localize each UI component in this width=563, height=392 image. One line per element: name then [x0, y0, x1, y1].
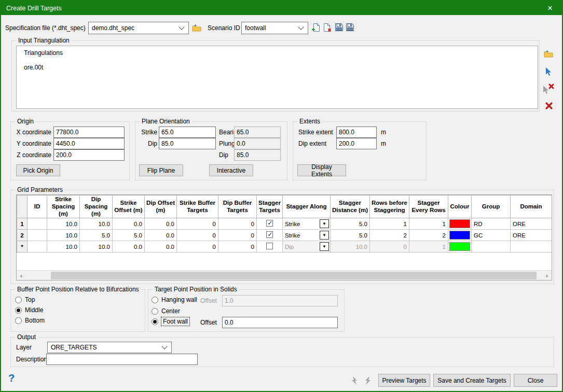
triangulation-list[interactable]: Triangulations ore.00t — [16, 46, 538, 109]
stagger-targets-checkbox[interactable] — [266, 220, 273, 227]
triangulation-root[interactable]: Triangulations — [24, 49, 63, 57]
grid-cell[interactable]: 0 — [218, 218, 257, 230]
apply-forward-icon[interactable] — [362, 375, 374, 386]
radio-middle[interactable]: Middle — [15, 305, 43, 315]
scenario-delete-icon[interactable] — [323, 22, 332, 32]
save-as-icon[interactable] — [346, 23, 354, 32]
radio-icon[interactable] — [152, 318, 158, 325]
colour-swatch[interactable] — [449, 231, 470, 240]
radio-foot-wall[interactable]: Foot wall — [152, 317, 189, 326]
scroll-right-icon[interactable]: › — [542, 271, 552, 280]
row-header[interactable]: * — [17, 241, 28, 253]
remove-icon[interactable] — [544, 101, 554, 110]
grid-cell[interactable]: 5.0 — [113, 230, 145, 241]
grid-cell[interactable] — [28, 218, 47, 230]
open-spec-folder-icon[interactable] — [191, 23, 202, 33]
unpick-cursor-icon[interactable] — [542, 83, 555, 94]
grid-cell[interactable]: 0.0 — [113, 241, 145, 253]
colour-swatch[interactable] — [449, 219, 470, 228]
grid-cell[interactable]: 0 — [218, 241, 257, 253]
preview-targets-button[interactable]: Preview Targets — [378, 374, 430, 387]
grid-cell[interactable]: 1 — [409, 218, 448, 230]
flip-plane-button[interactable]: Flip Plane — [139, 164, 183, 176]
layer-combobox[interactable]: ORE_TARGETS — [47, 342, 172, 353]
dropdown-button[interactable]: ▼ — [320, 242, 329, 251]
radio-top[interactable]: Top — [15, 295, 35, 304]
grid-cell[interactable]: 10.0 — [47, 241, 80, 253]
pick-origin-button[interactable]: Pick Origin — [16, 164, 60, 176]
spec-file-combobox[interactable]: demo.dht_spec — [88, 22, 189, 34]
dropdown-button[interactable]: ▼ — [320, 231, 329, 240]
grid-cell[interactable]: 2 — [370, 230, 409, 241]
grid-cell[interactable]: 0.0 — [145, 218, 177, 230]
description-field[interactable] — [46, 354, 198, 365]
grid-cell[interactable]: 2 — [409, 230, 448, 241]
row-header[interactable]: 2 — [17, 230, 28, 241]
grid-cell[interactable] — [472, 241, 511, 253]
grid-cell[interactable]: ORE — [511, 218, 552, 230]
grid-cell[interactable]: 0.0 — [145, 241, 177, 253]
apply-back-icon[interactable] — [349, 375, 360, 386]
radio-hanging-wall-label: Hanging wall — [161, 296, 197, 303]
grid-cell[interactable]: 0 — [177, 241, 218, 253]
grid-cell[interactable]: Strike ▼ — [283, 230, 331, 241]
grid-cell[interactable]: 0.0 — [113, 218, 145, 230]
save-icon[interactable] — [335, 23, 344, 32]
grid-cell[interactable]: 0 — [177, 218, 218, 230]
radio-hanging-wall[interactable]: Hanging wall — [152, 295, 197, 304]
grid-cell[interactable]: 0 — [218, 230, 257, 241]
radio-icon[interactable] — [15, 307, 22, 314]
stagger-targets-checkbox[interactable] — [266, 243, 273, 249]
grid-cell[interactable] — [28, 230, 47, 241]
grid-cell[interactable] — [511, 241, 552, 253]
grid-cell[interactable]: 10.0 — [47, 230, 80, 241]
pick-cursor-icon[interactable] — [544, 66, 552, 77]
scenario-id-combobox[interactable]: footwall — [241, 22, 308, 34]
y-coordinate-field[interactable] — [53, 138, 125, 149]
row-header[interactable]: 1 — [17, 218, 28, 230]
grid-cell[interactable]: 10.0 — [80, 241, 113, 253]
grid-cell[interactable]: 10.0 — [80, 218, 113, 230]
help-icon[interactable]: ? — [8, 372, 15, 384]
grid-cell[interactable]: RD — [472, 218, 511, 230]
display-extents-button[interactable]: Display Extents — [297, 164, 346, 176]
interactive-button[interactable]: Interactive — [209, 164, 253, 176]
radio-icon[interactable] — [15, 317, 22, 324]
grid-cell[interactable]: 0 — [177, 230, 218, 241]
dropdown-button[interactable]: ▼ — [320, 219, 329, 228]
dip-extent-field[interactable] — [336, 138, 377, 149]
colour-swatch[interactable] — [449, 242, 470, 251]
grid-cell[interactable]: 5.0 — [331, 230, 370, 241]
grid-cell[interactable]: Strike ▼ — [283, 218, 331, 230]
radio-icon[interactable] — [152, 297, 158, 303]
save-and-create-targets-button[interactable]: Save and Create Targets — [433, 374, 511, 387]
scenario-add-icon[interactable] — [311, 22, 320, 32]
close-icon[interactable]: × — [543, 4, 557, 12]
horizontal-scrollbar[interactable]: ‹ › — [17, 270, 552, 280]
radio-bottom[interactable]: Bottom — [15, 316, 45, 325]
load-file-icon[interactable] — [543, 48, 554, 59]
scrollbar-thumb[interactable] — [51, 272, 537, 279]
grid-cell[interactable]: 5.0 — [80, 230, 113, 241]
z-coordinate-field[interactable] — [53, 149, 125, 161]
grid-cell[interactable]: ORE — [511, 230, 552, 241]
close-button[interactable]: Close — [514, 374, 557, 387]
x-coordinate-field[interactable] — [53, 127, 125, 138]
grid-cell[interactable]: 10.0 — [47, 218, 80, 230]
radio-center[interactable]: Center — [152, 306, 180, 316]
radio-icon[interactable] — [152, 308, 158, 315]
column-header: ID — [28, 195, 47, 218]
grid-cell[interactable]: GC — [472, 230, 511, 241]
strike-extent-field[interactable] — [336, 127, 377, 138]
grid-cell[interactable]: 1 — [370, 218, 409, 230]
scroll-left-icon[interactable]: ‹ — [17, 271, 26, 280]
stagger-targets-checkbox[interactable] — [266, 231, 273, 238]
strike-field[interactable] — [159, 127, 216, 138]
grid-cell[interactable]: 5.0 — [331, 218, 370, 230]
grid-cell[interactable] — [28, 241, 47, 253]
triangulation-item[interactable]: ore.00t — [24, 64, 43, 71]
radio-icon[interactable] — [15, 297, 22, 303]
foot-offset-field[interactable] — [222, 317, 338, 328]
dip-field[interactable] — [159, 138, 216, 149]
grid-cell[interactable]: 0.0 — [145, 230, 177, 241]
